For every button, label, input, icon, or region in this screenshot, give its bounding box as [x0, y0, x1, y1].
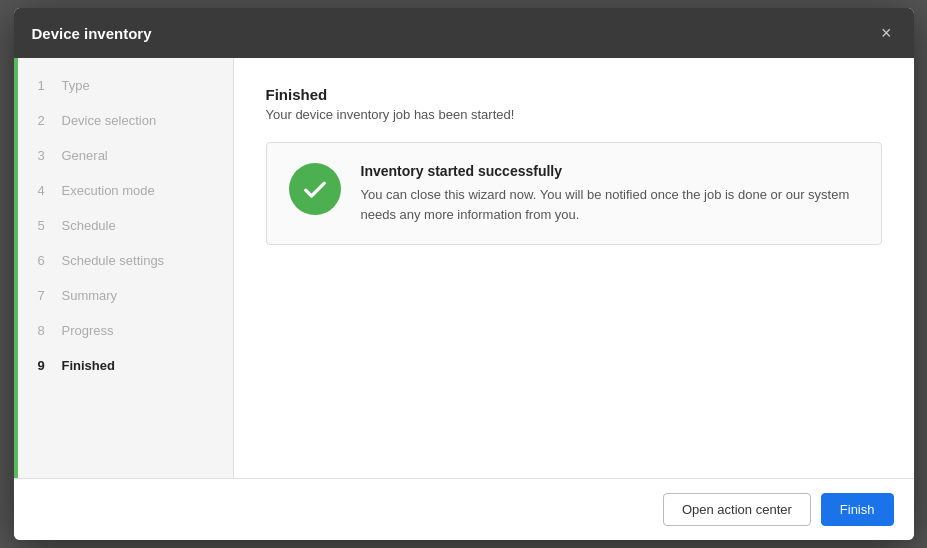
sidebar-item-label: Type: [62, 78, 90, 93]
sidebar-item-label: Summary: [62, 288, 118, 303]
sidebar-item-schedule[interactable]: 5Schedule: [14, 208, 233, 243]
main-subtitle: Your device inventory job has been start…: [266, 107, 882, 122]
modal-header: Device inventory ×: [14, 8, 914, 58]
sidebar-item-label: Schedule settings: [62, 253, 165, 268]
sidebar-item-schedule-settings[interactable]: 6Schedule settings: [14, 243, 233, 278]
sidebar-item-label: Execution mode: [62, 183, 155, 198]
sidebar-item-general[interactable]: 3General: [14, 138, 233, 173]
sidebar-item-number: 3: [38, 148, 52, 163]
sidebar-item-label: Finished: [62, 358, 115, 373]
sidebar-item-label: General: [62, 148, 108, 163]
sidebar-item-number: 8: [38, 323, 52, 338]
sidebar-item-execution-mode[interactable]: 4Execution mode: [14, 173, 233, 208]
sidebar-item-progress[interactable]: 8Progress: [14, 313, 233, 348]
sidebar-item-number: 1: [38, 78, 52, 93]
open-action-center-button[interactable]: Open action center: [663, 493, 811, 526]
sidebar-item-number: 2: [38, 113, 52, 128]
sidebar-item-device-selection[interactable]: 2Device selection: [14, 103, 233, 138]
success-card: Inventory started successfully You can c…: [266, 142, 882, 245]
main-content: Finished Your device inventory job has b…: [234, 58, 914, 478]
sidebar-item-finished[interactable]: 9Finished: [14, 348, 233, 383]
sidebar-item-summary[interactable]: 7Summary: [14, 278, 233, 313]
sidebar-item-number: 7: [38, 288, 52, 303]
modal-body: 1Type2Device selection3General4Execution…: [14, 58, 914, 478]
success-description: You can close this wizard now. You will …: [361, 185, 859, 224]
success-title: Inventory started successfully: [361, 163, 859, 179]
sidebar-item-number: 5: [38, 218, 52, 233]
sidebar-item-label: Device selection: [62, 113, 157, 128]
sidebar-item-number: 4: [38, 183, 52, 198]
modal-dialog: Device inventory × 1Type2Device selectio…: [14, 8, 914, 540]
sidebar-item-label: Schedule: [62, 218, 116, 233]
sidebar-item-label: Progress: [62, 323, 114, 338]
success-text-block: Inventory started successfully You can c…: [361, 163, 859, 224]
checkmark-icon: [301, 175, 329, 203]
sidebar: 1Type2Device selection3General4Execution…: [14, 58, 234, 478]
success-icon: [289, 163, 341, 215]
sidebar-item-type[interactable]: 1Type: [14, 68, 233, 103]
finish-button[interactable]: Finish: [821, 493, 894, 526]
main-heading: Finished: [266, 86, 882, 103]
sidebar-item-number: 6: [38, 253, 52, 268]
close-button[interactable]: ×: [877, 22, 896, 44]
modal-footer: Open action center Finish: [14, 478, 914, 540]
modal-title: Device inventory: [32, 25, 152, 42]
sidebar-accent: [14, 58, 18, 478]
sidebar-item-number: 9: [38, 358, 52, 373]
